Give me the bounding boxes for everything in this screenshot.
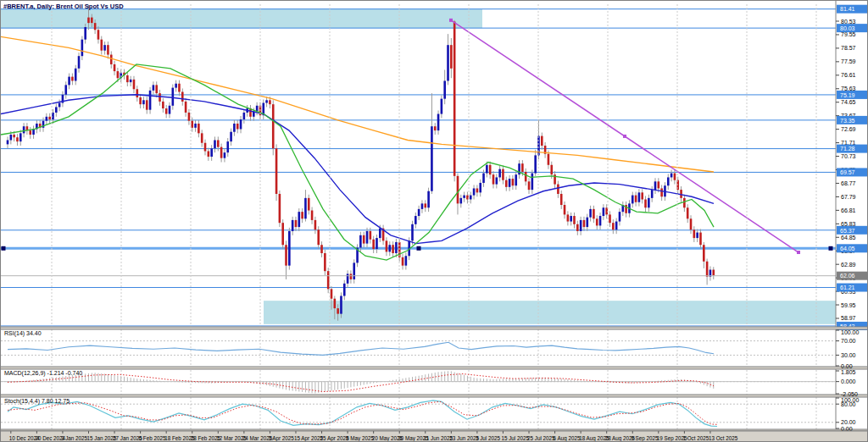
candle-body bbox=[172, 88, 175, 106]
candle-body bbox=[340, 296, 342, 313]
candle-body bbox=[226, 141, 229, 152]
candle-body bbox=[272, 104, 275, 148]
level-axis-badge-text: 81.41 bbox=[840, 6, 855, 12]
pane-axis-label: 70.00 bbox=[841, 338, 856, 344]
price-tick-label: 67.79 bbox=[841, 194, 856, 200]
date-label: 6 Aug 2025 bbox=[554, 435, 581, 442]
line-handle[interactable] bbox=[2, 246, 6, 251]
price-tick-label: 65.83 bbox=[841, 221, 856, 227]
candle-body bbox=[418, 209, 420, 216]
candle-body bbox=[350, 273, 353, 279]
candle-body bbox=[201, 133, 203, 142]
candle-body bbox=[476, 188, 479, 192]
candle-body bbox=[421, 203, 424, 209]
candle-body bbox=[548, 154, 550, 165]
candle-body bbox=[531, 174, 534, 191]
date-label: 3 Jan 2025 bbox=[61, 435, 88, 441]
candle-body bbox=[353, 262, 355, 279]
line-handle[interactable] bbox=[829, 246, 833, 251]
candle-body bbox=[473, 188, 476, 195]
candle-body bbox=[188, 113, 191, 121]
highlight-zone bbox=[1, 9, 482, 28]
candle-body bbox=[560, 194, 563, 205]
candle-body bbox=[648, 198, 650, 207]
candle-body bbox=[441, 99, 443, 114]
candle-body bbox=[658, 181, 660, 188]
trendline-handle[interactable] bbox=[797, 251, 800, 254]
candle-body bbox=[388, 245, 391, 251]
level-axis-badge-text: 64.05 bbox=[840, 246, 855, 251]
price-tick-label: 80.53 bbox=[841, 19, 856, 25]
price-tick-label: 74.65 bbox=[841, 99, 856, 105]
rsi-indicator-label: RSI(14) 34.40 bbox=[4, 330, 42, 336]
candle-body bbox=[415, 216, 417, 224]
candle-body bbox=[667, 177, 670, 185]
candle-body bbox=[586, 218, 588, 227]
candle-body bbox=[437, 114, 440, 131]
candle-body bbox=[470, 196, 472, 200]
candle-body bbox=[651, 190, 654, 198]
candle-body bbox=[405, 256, 408, 265]
candle-body bbox=[703, 245, 705, 262]
pane-axis-label: 0.00 bbox=[841, 426, 853, 432]
candle-body bbox=[94, 23, 97, 30]
candle-body bbox=[68, 77, 70, 86]
candle-body bbox=[175, 84, 177, 88]
candle-body bbox=[693, 229, 696, 238]
line-handle[interactable] bbox=[417, 246, 421, 251]
candle-body bbox=[427, 191, 430, 208]
candle-body bbox=[392, 245, 394, 253]
candle-body bbox=[660, 188, 663, 196]
candle-body bbox=[16, 137, 19, 141]
candle-body bbox=[81, 40, 84, 57]
level-axis-badge-text: 80.03 bbox=[840, 25, 855, 31]
candle-body bbox=[191, 121, 193, 128]
date-label: 11 Jun 2025 bbox=[424, 435, 453, 441]
pane-axis-label: 30.00 bbox=[841, 352, 856, 358]
candle-body bbox=[320, 245, 323, 253]
candle-body bbox=[130, 80, 132, 82]
pane-axis-label: 20.00 bbox=[841, 419, 856, 425]
chart-background bbox=[1, 1, 868, 442]
candle-body bbox=[214, 140, 216, 148]
candle-body bbox=[97, 30, 100, 39]
candle-body bbox=[10, 135, 13, 141]
candle-body bbox=[117, 71, 120, 78]
candle-body bbox=[204, 143, 207, 152]
candle-body bbox=[615, 222, 618, 230]
trendline-handle[interactable] bbox=[449, 19, 453, 22]
candle-body bbox=[424, 203, 426, 207]
level-axis-badge-text: 73.35 bbox=[840, 118, 855, 124]
candle-body bbox=[46, 117, 48, 121]
price-tick-label: 62.89 bbox=[841, 262, 856, 268]
price-tick-label: 72.69 bbox=[841, 126, 856, 132]
candle-body bbox=[240, 119, 242, 129]
trendline-handle[interactable] bbox=[623, 135, 626, 138]
candle-body bbox=[674, 174, 676, 180]
candle-body bbox=[292, 220, 294, 231]
candle-body bbox=[304, 198, 307, 218]
candle-body bbox=[110, 55, 113, 64]
chart-title: #BRENT.a, Daily: Brent Oil Spot Vs USD bbox=[3, 3, 124, 10]
date-label: 25 Jul 2025 bbox=[527, 435, 555, 441]
candle-body bbox=[482, 174, 485, 183]
candle-body bbox=[567, 214, 570, 221]
highlight-zone bbox=[264, 301, 836, 324]
price-chart-canvas[interactable]: 80.5379.5578.5777.5976.6175.6374.6573.67… bbox=[1, 1, 868, 442]
candle-body bbox=[641, 192, 643, 199]
candle-body bbox=[165, 108, 168, 114]
candle-body bbox=[298, 212, 301, 227]
date-label: 13 Oct 2025 bbox=[709, 435, 738, 441]
candle-body bbox=[609, 214, 611, 223]
candle-body bbox=[534, 155, 537, 173]
pane-axis-label: 0.00 bbox=[841, 363, 853, 369]
candle-body bbox=[181, 92, 184, 102]
candle-body bbox=[314, 220, 317, 229]
candle-body bbox=[208, 152, 210, 157]
price-tick-label: 78.57 bbox=[841, 45, 856, 51]
candle-body bbox=[366, 231, 369, 244]
candle-body bbox=[233, 124, 236, 132]
candle-body bbox=[596, 218, 598, 225]
candle-body bbox=[169, 106, 171, 114]
candle-body bbox=[153, 85, 155, 91]
